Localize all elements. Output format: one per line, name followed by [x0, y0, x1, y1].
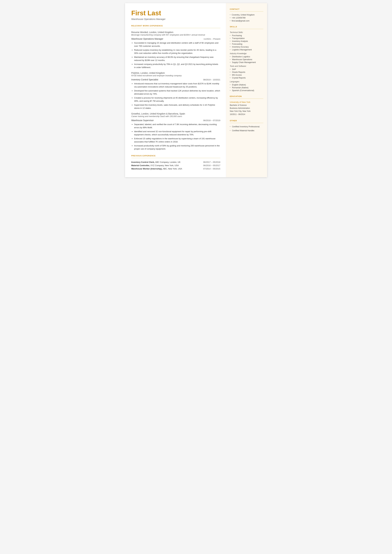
company-name-2: Growthsi, London, United Kingdom & Barce…: [131, 112, 220, 115]
contact-item-1: +44 123456789: [230, 17, 263, 19]
contact-divider: [230, 11, 263, 12]
previous-experience-list: Inventory Control Clerk, ABC Company, Lo…: [131, 161, 220, 170]
bullet-0-3: Increased company productivity by 79% in…: [134, 63, 220, 69]
bullet-2-0: Separated, labeled, and verified the cou…: [134, 123, 220, 129]
bullet-list-2: Separated, labeled, and verified the cou…: [134, 123, 220, 150]
other-list: Certified Inventory Professional. Certif…: [230, 125, 263, 132]
prev-exp-item-0: Inventory Control Clerk, ABC Company, Lo…: [131, 161, 220, 163]
job-dates-0: 11/2021 – Present: [203, 38, 220, 40]
tools-skill-2: MS Access: [230, 74, 263, 76]
bullet-2-2: Enforced 15 safety regulations in the wa…: [134, 137, 220, 143]
company-rest-0: London, United Kingdom: [148, 31, 173, 34]
company-desc-2: Career training and membership SaaS with…: [131, 115, 220, 118]
industry-skill-1: Warehouse Operations: [230, 58, 263, 61]
job-dates-2: 06/2018 – 07/2019: [203, 119, 220, 122]
industry-skill-2: Supply Chain Management: [230, 61, 263, 63]
edu-field: Business Administration: [230, 107, 250, 109]
company-rest-1: London, United Kingdom: [140, 72, 165, 74]
other-item-1: Certified Material Handler.: [230, 129, 263, 132]
tech-skill-1: Transportation: [230, 37, 263, 40]
job-dates-1: 08/2019 – 10/2021: [203, 78, 220, 81]
education-divider: [230, 98, 263, 99]
edu-school: University of New York: [230, 101, 263, 103]
tech-skills-list: Purchasing Transportation Inventory Anal…: [230, 35, 263, 51]
company-name-1: Polyhire, London, United Kingdom: [131, 72, 220, 74]
edu-dates: 10/2011 - 06/2014: [230, 113, 245, 115]
prev-exp-rest-0: ABC Company, London, UK: [155, 161, 181, 163]
tech-skill-5: Logistics Management: [230, 49, 263, 51]
contact-title: CONTACT: [230, 8, 263, 10]
tech-skill-2: Inventory Analysis: [230, 40, 263, 42]
bullet-2-3: Increased productivity north of 59% by g…: [134, 144, 220, 150]
candidate-name: First Last: [131, 9, 220, 17]
tech-skill-4: Inventory Accuracy: [230, 46, 263, 48]
work-block-0: Resume Worded, London, United Kingdom Be…: [131, 31, 220, 69]
bullet-1-3: Supervised the inventory levels, sales f…: [134, 104, 220, 110]
previous-experience-title: PREVIOUS EXPERIENCE: [131, 155, 220, 157]
company-bold-2: Growthsi,: [131, 112, 141, 115]
prev-exp-dates-1: 06/2016 – 05/2017: [203, 164, 220, 167]
prev-exp-rest-2: ABC, New York, USA: [162, 168, 182, 170]
company-desc-0: Beverage manaufactring company with 50+ …: [131, 34, 220, 36]
job-title-header: Warehouse Operations Manager: [131, 18, 220, 20]
bullet-1-0: Introduced measures that cut inventory m…: [134, 82, 220, 88]
left-column: First Last Warehouse Operations Manager …: [125, 3, 226, 177]
edu-degree: Bachelor of Science: [230, 104, 247, 106]
prev-exp-bold-2: Warehouse Worker (Internship),: [131, 168, 162, 170]
work-block-1: Polyhire, London, United Kingdom NYSE-li…: [131, 72, 220, 110]
prev-exp-item-1: Material Controller, XYZ Company, New Yo…: [131, 164, 220, 167]
bullet-0-1: Reduced surplus inventory by establishin…: [134, 49, 220, 55]
contact-item-2: first.last@gmail.com: [230, 20, 263, 22]
lang-skill-0: English (Native): [230, 84, 263, 86]
prev-exp-bold-1: Material Controller,: [131, 164, 150, 167]
company-rest-2: London, United Kingdom & Barcelona, Spai…: [141, 112, 185, 115]
tech-skills-label: Technical Skills:: [230, 31, 263, 34]
work-block-2: Growthsi, London, United Kingdom & Barce…: [131, 112, 220, 150]
resume-container: First Last Warehouse Operations Manager …: [125, 3, 267, 177]
lang-skills-label: Languages:: [230, 81, 263, 83]
bullet-1-1: Developed five automated systems that tr…: [134, 89, 220, 95]
job-row-1: Inventory Control Specialist 08/2019 – 1…: [131, 78, 220, 81]
job-role-1: Inventory Control Specialist: [131, 78, 158, 81]
job-role-0: Warehouse Operations Manager: [131, 38, 163, 40]
company-desc-1: NYSE-listed recruitment and employer bra…: [131, 75, 220, 77]
other-title: OTHER: [230, 120, 263, 122]
lang-skills-list: English (Native) Romanian (Native) Spani…: [230, 84, 263, 91]
company-bold-1: Polyhire,: [131, 72, 140, 74]
industry-skill-0: Distribution Logistics: [230, 56, 263, 58]
contact-item-0: Coventry, United Kingdom: [230, 14, 263, 16]
bullet-0-0: Succeeded in managing 15 storage and dis…: [134, 41, 220, 48]
tools-skill-1: Oracle Reports: [230, 71, 263, 73]
prev-exp-left-1: Material Controller, XYZ Company, New Yo…: [131, 164, 203, 167]
company-bold-0: Resume Worded,: [131, 31, 148, 34]
prev-exp-dates-2: 07/2014 – 05/2015: [203, 168, 220, 170]
bullet-list-1: Introduced measures that cut inventory m…: [134, 82, 220, 110]
other-divider: [230, 123, 263, 123]
bullet-list-0: Succeeded in managing 15 storage and dis…: [134, 41, 220, 69]
bullet-2-1: Identified and removed 32 non-functional…: [134, 130, 220, 136]
contact-list: Coventry, United Kingdom +44 123456789 f…: [230, 14, 263, 22]
tools-skill-3: Crystal Reports: [230, 77, 263, 79]
tech-skill-3: Forecasting: [230, 43, 263, 45]
prev-exp-left-0: Inventory Control Clerk, ABC Company, Lo…: [131, 161, 203, 163]
edu-location: New York City, New York: [230, 110, 251, 112]
tools-skill-0: SAP: [230, 68, 263, 70]
job-row-2: Warehouse Supervisor 06/2018 – 07/2019: [131, 119, 220, 122]
lang-skill-1: Romanian (Native): [230, 87, 263, 89]
industry-skills-label: Industry Knowledge:: [230, 52, 263, 55]
prev-exp-bold-0: Inventory Control Clerk,: [131, 161, 155, 163]
tools-skills-label: Tools and Software:: [230, 65, 263, 67]
section-divider-prev: [131, 158, 220, 158]
job-row-0: Warehouse Operations Manager 11/2021 – P…: [131, 38, 220, 40]
edu-detail: Bachelor of Science Business Administrat…: [230, 104, 263, 116]
prev-exp-item-2: Warehouse Worker (Internship), ABC, New …: [131, 168, 220, 170]
relevant-work-experience-title: RELEVANT WORK EXPERIENCE: [131, 25, 220, 27]
prev-exp-dates-0: 06/2017 – 05/2018: [203, 161, 220, 163]
company-name-0: Resume Worded, London, United Kingdom: [131, 31, 220, 34]
lang-skill-2: Spanish (Conversational): [230, 89, 263, 91]
bullet-0-2: Maintained an inventory accuracy of 88.9…: [134, 56, 220, 62]
right-column: CONTACT Coventry, United Kingdom +44 123…: [226, 3, 267, 177]
tools-skills-list: SAP Oracle Reports MS Access Crystal Rep…: [230, 68, 263, 79]
job-role-2: Warehouse Supervisor: [131, 119, 154, 122]
prev-exp-left-2: Warehouse Worker (Internship), ABC, New …: [131, 168, 203, 170]
